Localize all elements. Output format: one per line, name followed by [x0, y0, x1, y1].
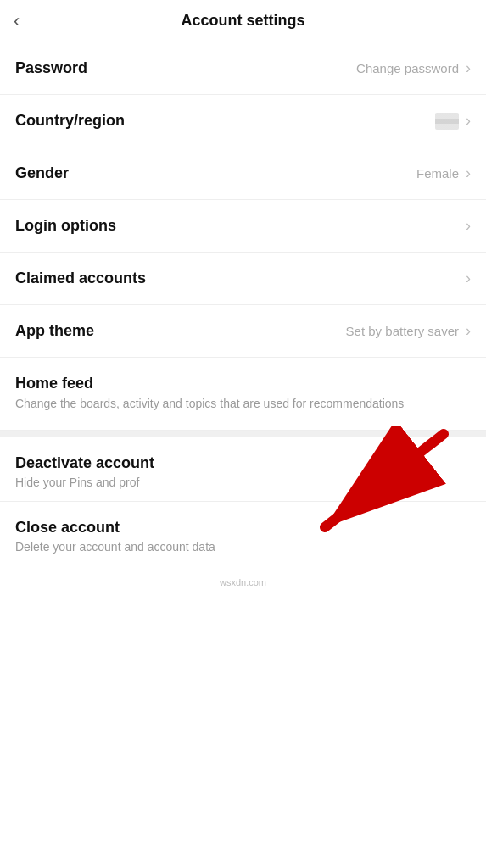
home-feed-label: Home feed [15, 375, 471, 392]
settings-item-right: Change password › [356, 59, 471, 77]
section-divider [0, 431, 486, 437]
settings-item-left: Gender [15, 164, 69, 182]
settings-item-deactivate[interactable]: Deactivate account Hide your Pins and pr… [0, 437, 486, 502]
settings-item-left: Password [15, 59, 87, 77]
flag-icon [435, 113, 459, 130]
settings-item-claimed-accounts[interactable]: Claimed accounts › [0, 253, 486, 305]
settings-label-login: Login options [15, 217, 116, 235]
settings-item-right: › [466, 217, 471, 235]
settings-item-left: Claimed accounts [15, 270, 146, 287]
settings-item-gender[interactable]: Gender Female › [0, 147, 486, 200]
app-header: ‹ Account settings [0, 0, 486, 42]
chevron-icon: › [466, 322, 471, 340]
settings-item-password[interactable]: Password Change password › [0, 42, 486, 95]
settings-item-close-account[interactable]: Close account Delete your account and ac… [0, 502, 486, 570]
watermark: wsxdn.com [0, 570, 486, 594]
settings-value-gender: Female [416, 166, 459, 181]
chevron-icon: › [466, 217, 471, 235]
settings-item-app-theme[interactable]: App theme Set by battery saver › [0, 305, 486, 358]
settings-value-password: Change password [356, 61, 459, 75]
settings-label-theme: App theme [15, 322, 94, 340]
settings-item-right: › [435, 112, 471, 130]
deactivate-section-wrapper: Deactivate account Hide your Pins and pr… [0, 437, 486, 570]
home-feed-description: Change the boards, activity and topics t… [15, 396, 471, 413]
settings-item-login-options[interactable]: Login options › [0, 200, 486, 253]
chevron-icon: › [466, 164, 471, 182]
back-button[interactable]: ‹ [14, 10, 20, 32]
deactivate-label: Deactivate account [15, 454, 471, 472]
chevron-icon: › [466, 59, 471, 77]
close-account-label: Close account [15, 519, 471, 537]
deactivate-description: Hide your Pins and prof [15, 476, 471, 489]
chevron-icon: › [466, 112, 471, 130]
settings-item-right: Set by battery saver › [346, 322, 471, 340]
settings-label-gender: Gender [15, 164, 69, 182]
close-account-description: Delete your account and account data [15, 540, 471, 554]
settings-item-right: › [466, 270, 471, 287]
settings-list: Password Change password › Country/regio… [0, 42, 486, 358]
page-title: Account settings [181, 12, 304, 30]
settings-item-left: Country/region [15, 112, 125, 130]
settings-item-left: App theme [15, 322, 94, 340]
settings-label-claimed: Claimed accounts [15, 270, 146, 287]
chevron-icon: › [466, 270, 471, 287]
settings-item-home-feed[interactable]: Home feed Change the boards, activity an… [0, 358, 486, 431]
settings-item-country[interactable]: Country/region › [0, 95, 486, 147]
settings-label-password: Password [15, 59, 87, 77]
settings-label-country: Country/region [15, 112, 125, 130]
settings-value-theme: Set by battery saver [346, 324, 459, 338]
settings-item-right: Female › [416, 164, 471, 182]
settings-item-left: Login options [15, 217, 116, 235]
